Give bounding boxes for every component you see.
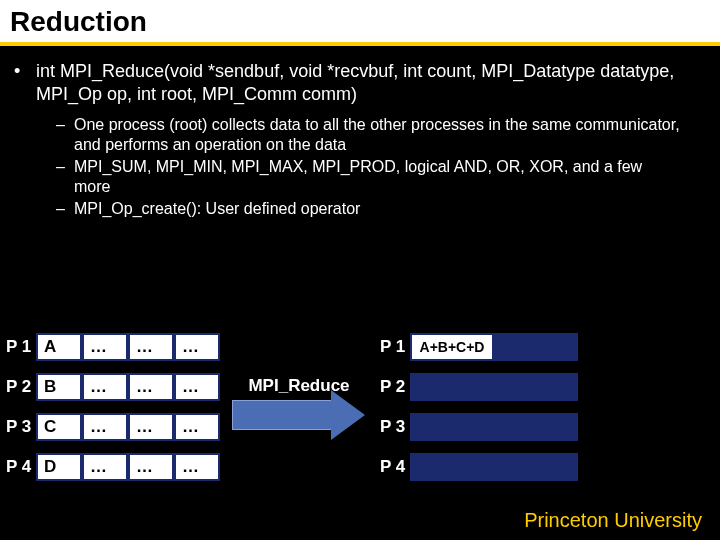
- footer-text: Princeton University: [524, 509, 702, 532]
- data-cell: …: [82, 373, 128, 401]
- cell-group: C … … …: [36, 413, 220, 441]
- data-cell: …: [174, 453, 220, 481]
- right-row: P 2: [380, 372, 578, 402]
- empty-cell: [410, 413, 494, 441]
- dash-icon: –: [56, 115, 74, 155]
- left-row: P 4 D … … …: [6, 452, 220, 482]
- sub-bullet-text: One process (root) collects data to all …: [74, 115, 710, 155]
- left-row: P 3 C … … …: [6, 412, 220, 442]
- sub-bullet: – One process (root) collects data to al…: [56, 115, 710, 155]
- cell-group: D … … …: [36, 453, 220, 481]
- data-cell: A: [36, 333, 82, 361]
- data-cell: B: [36, 373, 82, 401]
- process-label: P 3: [380, 417, 410, 437]
- sub-bullet: – MPI_SUM, MPI_MIN, MPI_MAX, MPI_PROD, l…: [56, 157, 710, 197]
- empty-cell: [494, 413, 578, 441]
- data-cell: …: [82, 413, 128, 441]
- empty-cell: [494, 333, 578, 361]
- left-row: P 2 B … … …: [6, 372, 220, 402]
- data-cell: …: [82, 453, 128, 481]
- data-cell: …: [128, 413, 174, 441]
- empty-cell: [494, 453, 578, 481]
- cell-group: A … … …: [36, 333, 220, 361]
- right-row: P 3: [380, 412, 578, 442]
- process-label: P 3: [6, 417, 36, 437]
- data-cell: D: [36, 453, 82, 481]
- process-label: P 4: [6, 457, 36, 477]
- main-bullet: • int MPI_Reduce(void *sendbuf, void *re…: [10, 60, 710, 105]
- data-cell: …: [174, 413, 220, 441]
- content-area: • int MPI_Reduce(void *sendbuf, void *re…: [0, 46, 720, 219]
- diagram: P 1 A … … … P 2 B … … … P 3 C … … … P 4 …: [0, 332, 720, 502]
- dash-icon: –: [56, 199, 74, 219]
- data-cell: …: [128, 333, 174, 361]
- empty-cell: [494, 373, 578, 401]
- arrow-body-icon: [232, 400, 332, 430]
- arrow-head-icon: [331, 390, 365, 440]
- right-row: P 4: [380, 452, 578, 482]
- sub-bullet-list: – One process (root) collects data to al…: [10, 115, 710, 219]
- title-bar: Reduction: [0, 0, 720, 42]
- dash-icon: –: [56, 157, 74, 197]
- process-label: P 1: [380, 337, 410, 357]
- process-label: P 2: [380, 377, 410, 397]
- data-cell: …: [128, 373, 174, 401]
- process-label: P 1: [6, 337, 36, 357]
- data-cell: …: [82, 333, 128, 361]
- process-label: P 2: [6, 377, 36, 397]
- process-label: P 4: [380, 457, 410, 477]
- empty-cell: [410, 453, 494, 481]
- result-cell: A+B+C+D: [410, 333, 494, 361]
- right-row: P 1 A+B+C+D: [380, 332, 578, 362]
- sub-bullet-text: MPI_SUM, MPI_MIN, MPI_MAX, MPI_PROD, log…: [74, 157, 710, 197]
- data-cell: …: [174, 333, 220, 361]
- main-bullet-text: int MPI_Reduce(void *sendbuf, void *recv…: [36, 60, 710, 105]
- arrow: MPI_Reduce: [232, 392, 366, 442]
- left-row: P 1 A … … …: [6, 332, 220, 362]
- sub-bullet-text: MPI_Op_create(): User defined operator: [74, 199, 710, 219]
- empty-cell: [410, 373, 494, 401]
- data-cell: …: [128, 453, 174, 481]
- cell-group: B … … …: [36, 373, 220, 401]
- data-cell: …: [174, 373, 220, 401]
- data-cell: C: [36, 413, 82, 441]
- sub-bullet: – MPI_Op_create(): User defined operator: [56, 199, 710, 219]
- bullet-dot-icon: •: [10, 60, 36, 105]
- slide-title: Reduction: [10, 6, 710, 38]
